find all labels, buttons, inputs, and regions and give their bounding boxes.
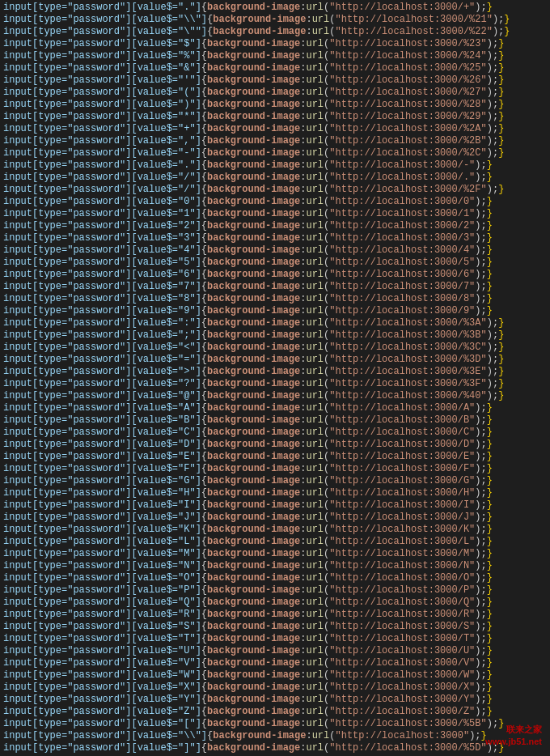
colon: : (300, 572, 306, 584)
url-value: "http://localhost:3000/%29" (329, 111, 486, 123)
punctuation: { (207, 730, 213, 742)
colon: : (300, 317, 306, 329)
paren-open: ( (324, 621, 329, 633)
paren-close: ); (487, 354, 498, 366)
url-value: "http://localhost:3000/J" (329, 512, 475, 524)
paren-close: ); (475, 257, 486, 269)
paren-open: ( (324, 463, 329, 475)
paren-open: ( (324, 184, 329, 196)
colon: : (300, 172, 306, 184)
colon: : (300, 329, 306, 342)
colon: : (300, 74, 306, 87)
url-value: "http://localhost:3000/U" (329, 645, 475, 657)
colon: : (306, 14, 311, 26)
css-property: background-image (213, 26, 306, 38)
table-row: input[type="password"][value$="Z"] { bac… (0, 706, 550, 718)
paren-close: ); (487, 135, 498, 147)
punctuation: { (201, 232, 207, 244)
css-selector: input[type="password"][value$="/"] (3, 172, 201, 184)
url-value: "http://localhost:3000/1" (329, 208, 475, 220)
paren-close: ); (475, 512, 486, 524)
paren-open: ( (324, 390, 329, 402)
url-keyword: url (306, 281, 324, 293)
colon: : (300, 38, 306, 50)
closing-brace: } (498, 342, 504, 354)
css-property: background-image (207, 2, 300, 14)
css-property: background-image (207, 172, 300, 184)
css-selector: input[type="password"][value$="L"] (3, 536, 201, 548)
url-keyword: url (306, 451, 324, 463)
closing-brace: } (487, 244, 493, 257)
url-value: "http://localhost:3000/%2C" (329, 147, 486, 159)
closing-brace: } (487, 609, 493, 621)
url-keyword: url (306, 62, 324, 74)
url-value: "http://localhost:3000/%28" (329, 99, 486, 111)
colon: : (300, 87, 306, 99)
punctuation: { (201, 560, 207, 572)
url-keyword: url (306, 633, 324, 645)
closing-brace: } (487, 463, 493, 475)
colon: : (300, 584, 306, 597)
closing-brace: } (498, 184, 504, 196)
paren-close: ); (487, 147, 498, 159)
punctuation: { (201, 196, 207, 208)
paren-close: ); (475, 536, 486, 548)
url-value: "http://localhost:3000/%3F" (329, 378, 486, 390)
url-keyword: url (306, 293, 324, 305)
paren-close: ); (487, 390, 498, 402)
colon: : (300, 718, 306, 730)
closing-brace: } (504, 26, 510, 38)
table-row: input[type="password"][value$="7"] { bac… (0, 281, 550, 293)
paren-open: ( (324, 439, 329, 451)
css-selector: input[type="password"][value$="["] (3, 718, 201, 730)
url-value: "http://localhost:3000/%25" (329, 62, 486, 74)
colon: : (300, 669, 306, 682)
paren-open: ( (324, 366, 329, 378)
css-property: background-image (207, 499, 300, 512)
closing-brace: } (498, 354, 504, 366)
colon: : (300, 123, 306, 135)
table-row: input[type="password"][value$="/"] { bac… (0, 184, 550, 196)
paren-open: ( (324, 244, 329, 257)
table-row: input[type="password"][value$="T"] { bac… (0, 633, 550, 645)
punctuation: { (207, 26, 213, 38)
css-selector: input[type="password"][value$="?"] (3, 378, 201, 390)
colon: : (300, 548, 306, 560)
url-value: "http://localhost:3000/E" (329, 451, 475, 463)
punctuation: { (201, 621, 207, 633)
css-selector: input[type="password"][value$="7"] (3, 281, 201, 293)
css-property: background-image (207, 742, 300, 754)
closing-brace: } (487, 694, 493, 706)
css-property: background-image (207, 645, 300, 657)
punctuation: { (201, 439, 207, 451)
url-value: "http://localhost:3000/+" (329, 2, 475, 14)
paren-open: ( (324, 584, 329, 597)
css-selector: input[type="password"][value$="O"] (3, 572, 201, 584)
punctuation: { (201, 305, 207, 317)
paren-close: ); (487, 123, 498, 135)
paren-close: ); (475, 548, 486, 560)
table-row: input[type="password"][value$="\\"] { ba… (0, 730, 550, 742)
code-view: input[type="password"][value$="."] { bac… (0, 0, 550, 756)
closing-brace: } (487, 414, 493, 427)
paren-close: ); (475, 208, 486, 220)
url-keyword: url (306, 232, 324, 244)
paren-open: ( (324, 451, 329, 463)
closing-brace: } (487, 524, 493, 536)
paren-close: ); (487, 62, 498, 74)
css-selector: input[type="password"][value$="*"] (3, 111, 201, 123)
closing-brace: } (487, 451, 493, 463)
colon: : (300, 220, 306, 232)
url-keyword: url (306, 220, 324, 232)
url-value: "http://localhost:3000/%3E" (329, 366, 486, 378)
paren-close: ); (475, 232, 486, 244)
url-keyword: url (306, 548, 324, 560)
paren-open: ( (324, 633, 329, 645)
table-row: input[type="password"][value$="+"] { bac… (0, 123, 550, 135)
css-property: background-image (207, 390, 300, 402)
css-selector: input[type="password"][value$="2"] (3, 220, 201, 232)
colon: : (300, 111, 306, 123)
css-selector: input[type="password"][value$="%"] (3, 50, 201, 62)
closing-brace: } (487, 633, 493, 645)
colon: : (306, 26, 311, 38)
